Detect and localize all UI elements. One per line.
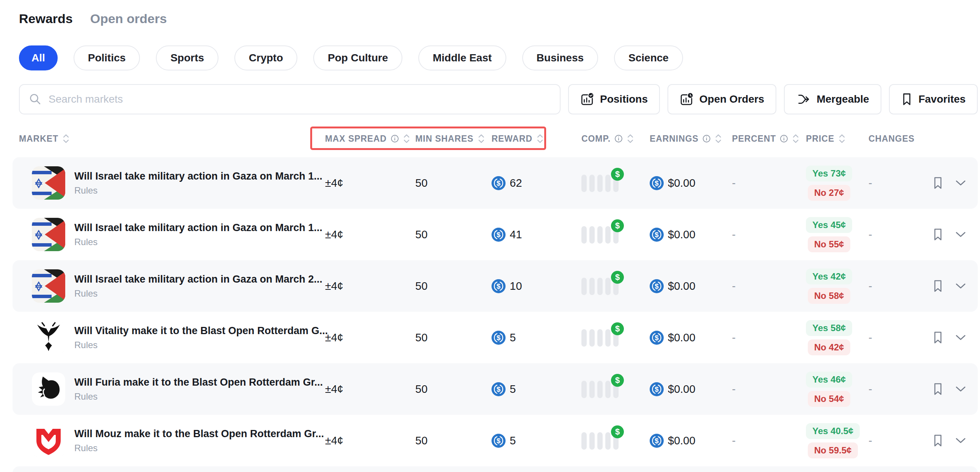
column-header-changes: CHANGES [869, 134, 932, 144]
price-group: Yes 40.5¢No 59.5¢ [806, 423, 860, 458]
mergeable-button[interactable]: Mergeable [784, 84, 881, 114]
column-header-reward[interactable]: REWARD [492, 134, 581, 144]
svg-text:$: $ [496, 282, 501, 290]
search-bar [19, 84, 560, 114]
yes-price-pill[interactable]: Yes 42¢ [806, 269, 852, 285]
rules-link[interactable]: Rules [74, 340, 328, 350]
favorites-bookmark-icon [901, 92, 913, 106]
chevron-down-icon[interactable] [955, 334, 966, 341]
bookmark-icon[interactable] [932, 176, 943, 190]
toolbar: PositionsOpen OrdersMergeableFavorites [568, 84, 978, 114]
reward-value: $41 [492, 228, 581, 242]
market-title[interactable]: Will Mouz make it to the Blast Open Rott… [74, 428, 324, 440]
no-price-pill[interactable]: No 42¢ [808, 339, 851, 355]
rules-link[interactable]: Rules [74, 288, 322, 299]
open-orders-button[interactable]: Open Orders [668, 84, 776, 114]
column-header-min-shares[interactable]: MIN SHARES [415, 134, 492, 144]
column-header-earnings[interactable]: EARNINGS [650, 134, 732, 144]
market-row-partial[interactable] [13, 466, 978, 472]
no-price-pill[interactable]: No 54¢ [808, 391, 851, 407]
min-shares-value: 50 [415, 331, 492, 344]
market-row[interactable]: Will Israel take military action in Gaza… [13, 209, 978, 260]
chevron-down-icon[interactable] [955, 283, 966, 290]
bookmark-icon[interactable] [932, 279, 943, 293]
yes-price-pill[interactable]: Yes 45¢ [806, 217, 852, 233]
chevron-down-icon[interactable] [955, 437, 966, 444]
market-title[interactable]: Will Israel take military action in Gaza… [74, 222, 322, 234]
chevron-down-icon[interactable] [955, 231, 966, 238]
filter-pill-all[interactable]: All [19, 46, 58, 70]
sort-icon[interactable] [838, 134, 846, 144]
category-filter-pills: AllPoliticsSportsCryptoPop CultureMiddle… [19, 46, 683, 70]
percent-value: - [732, 228, 806, 241]
bookmark-icon[interactable] [932, 227, 943, 242]
rules-link[interactable]: Rules [74, 237, 322, 247]
filter-pill-sports[interactable]: Sports [156, 46, 218, 70]
market-title[interactable]: Will Israel take military action in Gaza… [74, 171, 322, 182]
tab-rewards[interactable]: Rewards [19, 11, 73, 26]
filter-pill-pop-culture[interactable]: Pop Culture [313, 46, 402, 70]
min-shares-value: 50 [415, 383, 492, 396]
market-title[interactable]: Will Vitality make it to the Blast Open … [74, 325, 328, 337]
rules-link[interactable]: Rules [74, 185, 322, 196]
sort-icon[interactable] [403, 134, 410, 144]
sort-icon[interactable] [62, 134, 70, 144]
market-row[interactable]: Will Israel take military action in Gaza… [13, 260, 978, 312]
sort-icon[interactable] [477, 134, 485, 144]
filter-pill-politics[interactable]: Politics [73, 46, 140, 70]
percent-value: - [732, 280, 806, 293]
svg-text:$: $ [655, 385, 659, 393]
min-shares-value: 50 [415, 177, 492, 189]
sort-icon[interactable] [536, 134, 544, 144]
market-title[interactable]: Will Israel take military action in Gaza… [74, 274, 322, 285]
market-row[interactable]: Will Furia make it to the Blast Open Rot… [13, 363, 978, 415]
info-icon [780, 135, 788, 143]
yes-price-pill[interactable]: Yes 40.5¢ [806, 423, 860, 439]
yes-price-pill[interactable]: Yes 73¢ [806, 166, 852, 181]
chevron-down-icon[interactable] [955, 179, 966, 186]
search-input[interactable] [49, 93, 551, 105]
israel-palestine-flags [32, 166, 65, 200]
bookmark-icon[interactable] [932, 433, 943, 448]
no-price-pill[interactable]: No 59.5¢ [808, 442, 858, 458]
column-header-comp[interactable]: COMP. [581, 134, 650, 144]
bookmark-icon[interactable] [932, 330, 943, 345]
column-header-percent[interactable]: PERCENT [732, 134, 806, 144]
bookmark-icon[interactable] [932, 382, 943, 396]
yes-price-pill[interactable]: Yes 46¢ [806, 372, 852, 388]
filter-pill-middle-east[interactable]: Middle East [418, 46, 506, 70]
column-header-market[interactable]: MARKET [19, 134, 325, 144]
no-price-pill[interactable]: No 55¢ [808, 236, 851, 252]
reward-value: $5 [492, 434, 581, 448]
filter-pill-science[interactable]: Science [614, 46, 683, 70]
filter-pill-business[interactable]: Business [522, 46, 598, 70]
no-price-pill[interactable]: No 27¢ [808, 185, 851, 201]
changes-value: - [869, 177, 932, 189]
column-header-max-spread[interactable]: MAX SPREAD [325, 134, 415, 144]
tab-open-orders[interactable]: Open orders [90, 11, 167, 26]
sort-icon[interactable] [714, 134, 722, 144]
percent-value: - [732, 434, 806, 447]
market-row[interactable]: Will Israel take military action in Gaza… [13, 157, 978, 209]
favorites-button[interactable]: Favorites [889, 84, 978, 114]
usdc-coin-icon: $ [650, 279, 664, 293]
competition-meter: $ [581, 174, 619, 192]
rules-link[interactable]: Rules [74, 443, 324, 453]
column-label: EARNINGS [650, 134, 698, 144]
sort-icon[interactable] [792, 134, 799, 144]
filter-pill-crypto[interactable]: Crypto [234, 46, 298, 70]
yes-price-pill[interactable]: Yes 58¢ [806, 320, 852, 336]
market-title[interactable]: Will Furia make it to the Blast Open Rot… [74, 377, 323, 388]
market-row[interactable]: Will Vitality make it to the Blast Open … [13, 312, 978, 363]
no-price-pill[interactable]: No 58¢ [808, 288, 851, 304]
positions-button[interactable]: Positions [568, 84, 660, 114]
svg-text:$: $ [496, 179, 501, 187]
chevron-down-icon[interactable] [955, 386, 966, 393]
button-label: Mergeable [816, 93, 869, 105]
price-group: Yes 46¢No 54¢ [806, 372, 852, 407]
usdc-coin-icon: $ [492, 176, 506, 190]
rules-link[interactable]: Rules [74, 391, 323, 402]
sort-icon[interactable] [627, 134, 634, 144]
market-row[interactable]: Will Mouz make it to the Blast Open Rott… [13, 415, 978, 466]
column-header-price[interactable]: PRICE [806, 134, 869, 144]
